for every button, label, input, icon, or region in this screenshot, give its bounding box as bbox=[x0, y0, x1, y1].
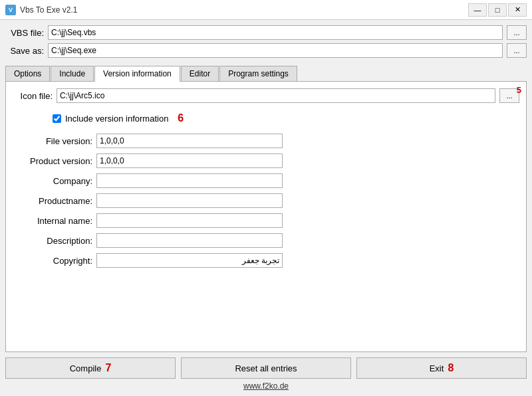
tab-version-information[interactable]: Version information bbox=[94, 66, 180, 82]
compile-badge: 7 bbox=[105, 362, 111, 374]
include-version-label: Include version information bbox=[65, 114, 168, 124]
reset-label: Reset all entries bbox=[235, 363, 297, 373]
title-bar: V Vbs To Exe v2.1 — □ ✕ bbox=[0, 0, 532, 20]
version-field-row: Internal name: bbox=[13, 213, 519, 228]
maximize-button[interactable]: □ bbox=[488, 3, 507, 17]
vbs-file-row: VBS file: ... bbox=[5, 25, 527, 40]
icon-file-label: Icon file: bbox=[13, 91, 53, 101]
vbs-file-input[interactable] bbox=[48, 25, 503, 40]
version-field-label: File version: bbox=[13, 136, 92, 146]
version-field-row: Company: bbox=[13, 173, 519, 188]
version-field-input[interactable] bbox=[96, 153, 283, 168]
tab-options[interactable]: Options bbox=[5, 66, 50, 82]
include-version-row: Include version information 6 bbox=[53, 112, 519, 124]
version-field-label: Product version: bbox=[13, 156, 92, 166]
app-icon: V bbox=[5, 5, 16, 15]
version-field-label: Productname: bbox=[13, 196, 92, 206]
icon-file-input[interactable] bbox=[57, 88, 495, 103]
version-field-label: Copyright: bbox=[13, 256, 92, 266]
minimize-button[interactable]: — bbox=[468, 3, 487, 17]
save-as-input[interactable] bbox=[48, 43, 503, 58]
reset-button[interactable]: Reset all entries bbox=[181, 357, 351, 379]
exit-label: Exit bbox=[430, 363, 444, 373]
exit-badge: 8 bbox=[448, 362, 454, 374]
close-button[interactable]: ✕ bbox=[508, 3, 527, 17]
save-browse-button[interactable]: ... bbox=[507, 43, 527, 58]
window-title: Vbs To Exe v2.1 bbox=[20, 5, 78, 15]
icon-browse-text: ... bbox=[506, 92, 512, 100]
version-field-input[interactable] bbox=[96, 233, 283, 248]
tab-content-version: Icon file: ... 5 Include version informa… bbox=[5, 81, 527, 352]
icon-browse-badge: 5 bbox=[517, 85, 521, 95]
version-field-input[interactable] bbox=[96, 213, 283, 228]
tab-include[interactable]: Include bbox=[51, 66, 94, 82]
version-field-label: Description: bbox=[13, 236, 92, 246]
version-field-input[interactable] bbox=[96, 193, 283, 208]
version-field-row: Productname: bbox=[13, 193, 519, 208]
version-field-row: Copyright: bbox=[13, 253, 519, 268]
compile-button[interactable]: Compile 7 bbox=[5, 357, 176, 379]
version-field-input[interactable] bbox=[96, 253, 283, 268]
version-field-row: File version: bbox=[13, 134, 519, 148]
vbs-file-label: VBS file: bbox=[5, 28, 44, 38]
exit-button[interactable]: Exit 8 bbox=[356, 357, 527, 379]
version-field-label: Company: bbox=[13, 176, 92, 186]
include-version-checkbox[interactable] bbox=[53, 114, 61, 123]
version-field-row: Product version: bbox=[13, 153, 519, 168]
version-fields: File version:Product version:Company:Pro… bbox=[13, 134, 519, 268]
icon-file-row: Icon file: ... 5 bbox=[13, 88, 519, 103]
save-as-label: Save as: bbox=[5, 46, 44, 56]
compile-label: Compile bbox=[70, 363, 102, 373]
version-field-label: Internal name: bbox=[13, 216, 92, 226]
icon-browse-button[interactable]: ... 5 bbox=[499, 88, 519, 103]
footer-link[interactable]: www.f2ko.de bbox=[243, 381, 289, 391]
tab-program-settings[interactable]: Program settings bbox=[219, 66, 297, 82]
version-field-input[interactable] bbox=[96, 173, 283, 188]
version-field-row: Description: bbox=[13, 233, 519, 248]
window-controls: — □ ✕ bbox=[468, 3, 527, 17]
tab-editor[interactable]: Editor bbox=[181, 66, 219, 82]
main-window: VBS file: ... Save as: ... Options Inclu… bbox=[0, 20, 532, 396]
tab-bar: Options Include Version information Edit… bbox=[5, 65, 527, 81]
version-field-input[interactable] bbox=[96, 134, 283, 148]
vbs-browse-button[interactable]: ... bbox=[507, 25, 527, 40]
save-as-row: Save as: ... bbox=[5, 43, 527, 58]
footer: www.f2ko.de bbox=[5, 381, 527, 391]
include-version-badge: 6 bbox=[178, 112, 184, 124]
title-bar-left: V Vbs To Exe v2.1 bbox=[5, 5, 78, 15]
bottom-bar: Compile 7 Reset all entries Exit 8 bbox=[5, 357, 527, 379]
